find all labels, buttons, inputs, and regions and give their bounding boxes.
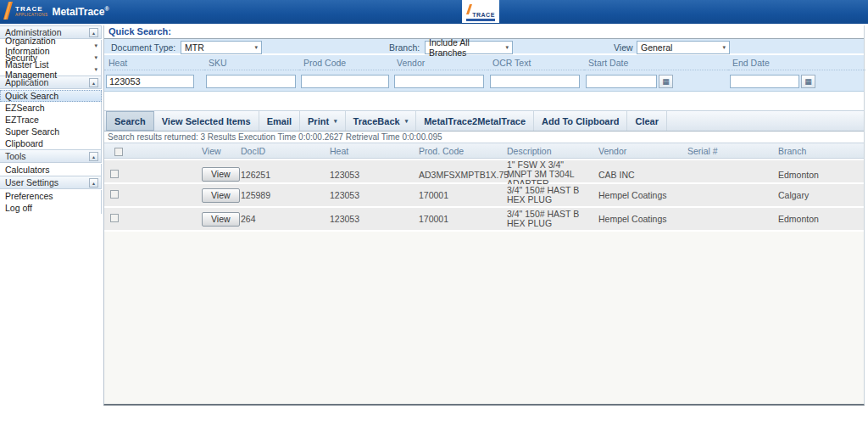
view-button[interactable]: View [202,188,240,203]
view-button[interactable]: View [202,212,240,227]
chevron-down-icon: ▾ [334,118,337,125]
chevron-down-icon: ▾ [94,66,97,73]
print-button[interactable]: Print▾ [300,111,346,131]
chevron-down-icon: ▾ [254,44,258,51]
sidebar-item-label: EZSearch [5,103,45,113]
sidebar-item-log-off[interactable]: Log off [0,202,102,214]
prod-code-label: Prod Code [299,55,392,70]
document-type-select[interactable]: MTR ▾ [181,41,262,54]
row-checkbox[interactable] [110,190,119,199]
sidebar-item-calculators[interactable]: Calculators [0,164,102,176]
document-type-label: Document Type: [111,42,175,53]
ocr-text-label: OCR Text [488,55,584,70]
clear-button[interactable]: Clear [627,111,667,131]
results-table-header: View DocID Heat Prod. Code Description V… [104,143,864,159]
registered-mark: ® [104,6,108,12]
collapse-icon[interactable]: ▴ [89,78,98,87]
vendor-cell: CAB INC [594,170,683,180]
prod-code-input[interactable] [301,75,389,88]
vendor-input[interactable] [394,75,484,88]
ocr-text-input[interactable] [490,75,580,88]
view-selected-items-button[interactable]: View Selected Items [154,111,259,131]
sidebar-section-label: Tools [5,151,26,161]
search-button[interactable]: Search [106,111,154,131]
view-label: View [614,42,633,53]
top-banner: TRACE APPLICATIONS MetalTrace® TRACE [0,0,868,24]
heat-cell: 123053 [326,214,415,224]
col-header-heat: Heat [326,146,415,156]
sidebar-item-super-search[interactable]: Super Search [0,126,102,137]
col-header-view: View [198,146,236,156]
col-header-description: Description [503,146,594,156]
docid-cell: 126251 [236,170,326,180]
calendar-icon[interactable]: ▦ [801,75,815,88]
row-checkbox[interactable] [110,170,119,178]
sidebar-item-ezsearch[interactable]: EZSearch [0,102,102,114]
branch-cell: Edmonton [774,214,865,224]
description-cell: 3/4" 150# HAST B HEX PLUG [503,186,594,204]
trace-center-logo: TRACE [462,0,499,23]
sidebar-section-label: Application [5,77,48,87]
vendor-cell: Hempel Coatings [594,214,683,224]
traceback-button[interactable]: TraceBack▾ [346,111,417,131]
sidebar-section-user-settings[interactable]: User Settings ▴ [0,176,102,189]
sidebar-item-label: EZTrace [5,115,39,125]
app-brand: TRACE APPLICATIONS MetalTrace® [3,1,109,23]
trace-center-bolt-icon [466,3,472,18]
sidebar-item-label: Quick Search [5,91,58,101]
table-row[interactable]: View 264 123053 170001 3/4" 150# HAST B … [104,208,864,230]
branch-select[interactable]: Include All Branches ▾ [425,41,513,54]
sidebar-item-label: Log off [5,203,32,213]
sidebar-item-quick-search[interactable]: Quick Search [0,90,102,102]
start-date-label: Start Date [584,55,728,70]
sidebar-item-eztrace[interactable]: EZTrace [0,114,102,126]
add-to-clipboard-button[interactable]: Add To Clipboard [534,111,627,131]
calendar-icon[interactable]: ▦ [659,75,673,88]
trace-center-text: TRACE [472,12,495,18]
view-button[interactable]: View [202,167,240,182]
heat-input[interactable] [106,75,194,88]
end-date-input[interactable] [730,75,799,88]
col-header-branch: Branch [774,146,865,156]
chevron-down-icon: ▾ [505,44,509,51]
spacer [104,92,864,110]
results-empty-area [104,232,864,404]
branch-cell: Edmonton [774,170,865,180]
email-button[interactable]: Email [259,111,300,131]
chevron-down-icon: ▾ [405,118,409,125]
main-panel: Quick Search: Document Type: MTR ▾ Branc… [103,25,865,406]
start-date-input[interactable] [586,75,657,88]
docid-cell: 264 [236,214,326,224]
view-select[interactable]: General ▾ [637,41,730,54]
brand-trace-text: TRACE [15,6,47,13]
row-checkbox[interactable] [110,214,119,222]
document-type-value: MTR [185,42,204,53]
select-all-checkbox[interactable] [114,148,123,156]
chevron-down-icon: ▾ [722,44,726,51]
sidebar-section-tools[interactable]: Tools ▴ [0,149,102,163]
branch-label: Branch: [389,42,420,53]
col-header-vendor: Vendor [594,146,683,156]
docid-cell: 125989 [236,190,326,200]
sidebar-item-label: Preferences [5,191,53,201]
sidebar-item-organization-information[interactable]: Organization Information ▾ [0,40,102,52]
collapse-icon[interactable]: ▴ [89,178,98,188]
table-row[interactable]: View 125989 123053 170001 3/4" 150# HAST… [104,184,864,206]
sidebar-item-master-list-management[interactable]: Master List Management ▾ [0,64,102,76]
metaltrace2metaltrace-button[interactable]: MetalTrace2MetalTrace [416,111,534,131]
page-title: Quick Search: [104,25,864,38]
sku-input[interactable] [206,75,296,88]
col-header-prod-code: Prod. Code [415,146,503,156]
sidebar-section-label: User Settings [5,177,58,188]
brand-applications-text: APPLICATIONS [15,14,47,18]
sidebar-item-clipboard[interactable]: Clipboard [0,137,102,149]
sidebar-item-preferences[interactable]: Preferences [0,190,102,202]
chevron-down-icon: ▾ [94,54,97,61]
sku-label: SKU [204,55,299,70]
table-row[interactable]: View 126251 123053 AD3MFSXMPTB1X.75 1" F… [104,160,864,182]
end-date-label: End Date [728,55,865,70]
toolbar: Search View Selected Items Email Print▾ … [104,110,864,132]
branch-value: Include All Branches [429,37,500,58]
product-name: MetalTrace® [52,6,108,18]
collapse-icon[interactable]: ▴ [89,152,98,161]
